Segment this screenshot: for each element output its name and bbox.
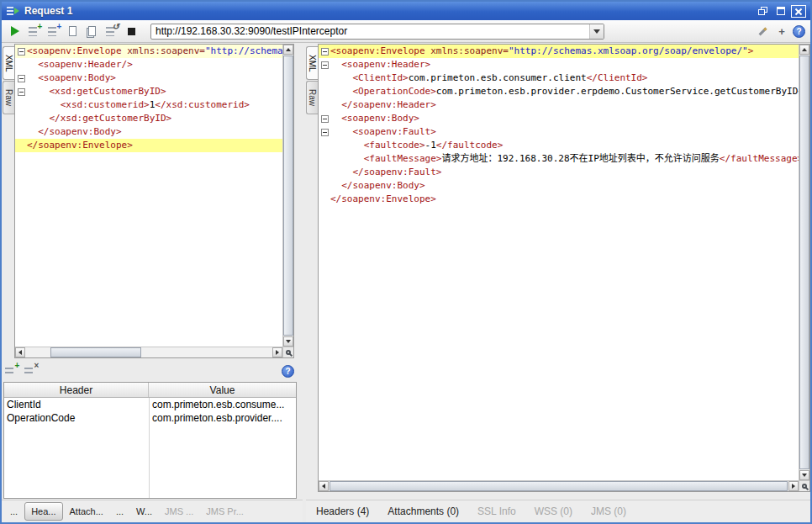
endpoint-combobox[interactable]: http://192.168.30.32:9090/testIPIntercep… bbox=[150, 24, 604, 40]
toolbar-help-button[interactable]: ? bbox=[793, 25, 805, 38]
xml-line: <xsd:customerid>1</xsd:customerid> bbox=[15, 98, 282, 112]
delete-header-button[interactable]: × bbox=[24, 365, 37, 377]
xml-line: <soapenv:Envelope xmlns:soapenv="http://… bbox=[15, 45, 282, 58]
restore-window-button[interactable] bbox=[756, 5, 771, 18]
scroll-left-button[interactable] bbox=[319, 481, 329, 491]
fold-collapse-icon[interactable] bbox=[18, 48, 25, 56]
header-row[interactable]: ClientIdcom.primeton.esb.consume... bbox=[4, 398, 296, 411]
xml-line: </soapenv:Fault> bbox=[319, 166, 799, 179]
request-editor: <soapenv:Envelope xmlns:soapenv="http://… bbox=[14, 44, 294, 358]
endpoint-dropdown-button[interactable] bbox=[589, 24, 604, 39]
scroll-down-button[interactable] bbox=[283, 336, 293, 347]
response-tab-attachments-0[interactable]: Attachments (0) bbox=[380, 502, 467, 521]
pencil-icon bbox=[758, 27, 767, 35]
response-xml-area[interactable]: <soapenv:Envelope xmlns:soapenv="http://… bbox=[319, 45, 799, 480]
request-zoom-button[interactable] bbox=[282, 347, 293, 357]
request-view-tabs: XMLRaw bbox=[3, 46, 14, 114]
request-horizontal-scrollbar[interactable] bbox=[15, 347, 282, 357]
header-row[interactable]: OperationCodecom.primeton.esb.provider..… bbox=[4, 411, 296, 425]
response-horizontal-scrollbar[interactable] bbox=[319, 480, 799, 491]
column-header-value: Value bbox=[149, 383, 296, 397]
xml-line: </soapenv:Header> bbox=[319, 98, 799, 112]
xml-line: <faultMessage>请求方地址：192.168.30.28不在IP地址列… bbox=[319, 152, 799, 166]
clone-request-button[interactable] bbox=[84, 23, 101, 40]
xml-line: <OperationCode>com.primeton.esb.provider… bbox=[319, 85, 799, 98]
fold-gutter bbox=[319, 58, 330, 71]
xml-line: <soapenv:Body> bbox=[319, 112, 799, 125]
fold-collapse-icon[interactable] bbox=[321, 61, 329, 69]
response-zoom-button[interactable] bbox=[799, 480, 809, 491]
vertical-scroll-thumb[interactable] bbox=[283, 56, 293, 336]
header-value-cell: com.primeton.esb.consume... bbox=[149, 398, 296, 411]
vertical-scroll-thumb[interactable] bbox=[799, 56, 809, 469]
scroll-up-button[interactable] bbox=[283, 45, 293, 55]
maximize-window-button[interactable] bbox=[773, 5, 788, 18]
plus-icon: + bbox=[778, 26, 785, 37]
editor-tab-raw[interactable]: Raw bbox=[3, 81, 14, 114]
xml-line: <soapenv:Header> bbox=[319, 58, 799, 71]
xml-line: </soapenv:Body> bbox=[15, 125, 282, 139]
xml-line: <faultcode>-1</faultcode> bbox=[319, 139, 799, 152]
request-tab-w[interactable]: W... bbox=[130, 503, 158, 520]
fold-gutter bbox=[15, 85, 27, 98]
editor-tab-xml[interactable]: XML bbox=[306, 46, 318, 80]
arrow-left-icon bbox=[319, 484, 325, 489]
magnifier-icon bbox=[286, 350, 291, 355]
editor-tab-xml[interactable]: XML bbox=[3, 46, 14, 80]
header-value-cell: com.primeton.esb.provider.... bbox=[149, 411, 296, 425]
add-endpoint-button[interactable]: + bbox=[773, 23, 790, 40]
recreate-request-icon: ↺ bbox=[106, 26, 118, 37]
new-document-icon bbox=[67, 26, 79, 37]
request-tab-[interactable]: ... bbox=[4, 503, 24, 520]
play-icon bbox=[11, 26, 19, 36]
request-tab-attach[interactable]: Attach... bbox=[64, 503, 109, 520]
fold-gutter bbox=[319, 98, 330, 112]
fold-gutter bbox=[319, 125, 330, 139]
fold-collapse-icon[interactable] bbox=[321, 48, 329, 56]
add-header-button[interactable]: + bbox=[5, 365, 18, 377]
fold-gutter bbox=[319, 152, 330, 166]
fold-collapse-icon[interactable] bbox=[18, 88, 25, 96]
request-vertical-scrollbar[interactable] bbox=[282, 45, 293, 347]
request-tab-hea[interactable]: Hea... bbox=[24, 502, 62, 521]
plus-icon: + bbox=[14, 361, 19, 370]
scroll-right-button[interactable] bbox=[272, 347, 282, 357]
scroll-right-button[interactable] bbox=[788, 481, 799, 491]
create-empty-request-button[interactable] bbox=[65, 23, 82, 40]
cancel-request-button[interactable] bbox=[123, 23, 140, 40]
xml-line: <ClientId>com.primeton.esb.consumer.clie… bbox=[319, 71, 799, 85]
x-icon: × bbox=[34, 361, 39, 370]
headers-table-head: Header Value bbox=[4, 383, 296, 398]
close-window-button[interactable] bbox=[791, 5, 806, 18]
scroll-up-button[interactable] bbox=[799, 45, 809, 55]
response-vertical-scrollbar[interactable] bbox=[799, 45, 809, 480]
add-to-mockservice-button[interactable]: + bbox=[45, 23, 62, 40]
xml-line: <soapenv:Header/> bbox=[15, 58, 282, 71]
response-tab-ssl-info: SSL Info bbox=[470, 502, 524, 521]
fold-gutter bbox=[319, 85, 330, 98]
headers-toolbar: + × ? bbox=[5, 363, 294, 379]
horizontal-scroll-thumb[interactable] bbox=[50, 347, 141, 357]
scroll-left-button[interactable] bbox=[15, 347, 25, 357]
chevron-down-icon bbox=[593, 29, 600, 37]
request-tab-[interactable]: ... bbox=[110, 503, 129, 520]
editor-tab-raw[interactable]: Raw bbox=[306, 81, 318, 114]
fold-gutter bbox=[319, 193, 330, 206]
fold-gutter bbox=[15, 112, 27, 125]
fold-gutter bbox=[15, 71, 27, 85]
fold-collapse-icon[interactable] bbox=[321, 115, 329, 123]
edit-endpoint-button[interactable] bbox=[754, 23, 771, 40]
recreate-request-button[interactable]: ↺ bbox=[103, 23, 120, 40]
horizontal-scroll-thumb[interactable] bbox=[330, 481, 788, 491]
headers-help-button[interactable]: ? bbox=[282, 365, 294, 378]
response-editor: <soapenv:Envelope xmlns:soapenv="http://… bbox=[318, 44, 810, 492]
submit-request-button[interactable] bbox=[7, 23, 24, 40]
response-tab-headers-4[interactable]: Headers (4) bbox=[308, 502, 377, 521]
add-to-testcase-button[interactable]: + bbox=[26, 23, 43, 40]
scroll-down-button[interactable] bbox=[799, 470, 809, 480]
fold-gutter bbox=[15, 98, 27, 112]
fold-collapse-icon[interactable] bbox=[321, 129, 329, 136]
fold-collapse-icon[interactable] bbox=[18, 75, 25, 82]
request-icon bbox=[6, 5, 19, 17]
request-xml-area[interactable]: <soapenv:Envelope xmlns:soapenv="http://… bbox=[15, 45, 282, 347]
